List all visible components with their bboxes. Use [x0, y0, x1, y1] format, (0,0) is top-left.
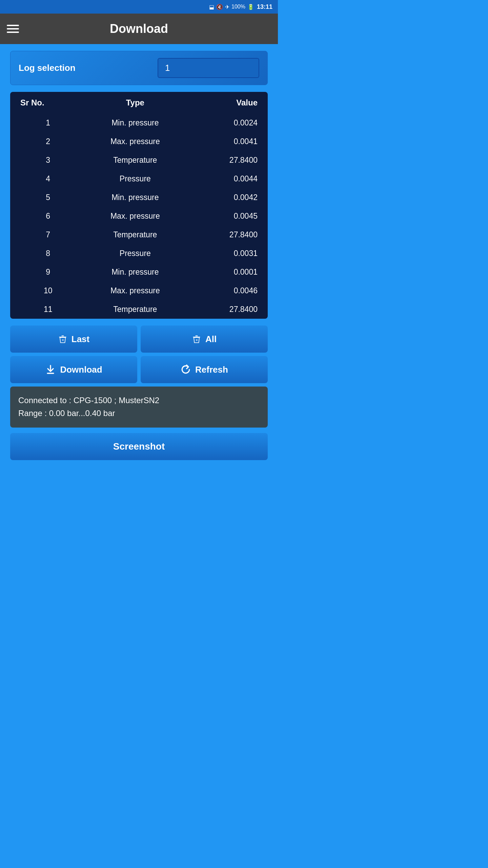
hamburger-line-2: [7, 28, 19, 29]
cell-type: Max. pressure: [81, 132, 189, 151]
cell-type: Temperature: [81, 300, 189, 319]
table-row: 6Max. pressure0.0045: [10, 207, 268, 225]
status-info-line2: Range : 0.00 bar...0.40 bar: [18, 407, 260, 420]
table-row: 2Max. pressure0.0041: [10, 132, 268, 151]
cell-value: 0.0001: [189, 263, 268, 281]
cell-type: Min. pressure: [81, 114, 189, 132]
cell-type: Max. pressure: [81, 281, 189, 300]
cell-srno: 10: [10, 281, 81, 300]
table-header-row: Sr No. Type Value: [10, 92, 268, 114]
refresh-label: Refresh: [195, 364, 228, 375]
data-table-container: Sr No. Type Value 1Min. pressure0.00242M…: [10, 92, 268, 319]
delete-last-button[interactable]: ✕ Last: [10, 326, 137, 353]
svg-text:✕: ✕: [61, 339, 64, 342]
cell-srno: 11: [10, 300, 81, 319]
col-header-type: Type: [81, 92, 189, 114]
cell-value: 27.8400: [189, 225, 268, 244]
download-icon: [45, 364, 56, 375]
cell-srno: 5: [10, 188, 81, 207]
screenshot-button[interactable]: Screenshot: [10, 433, 268, 460]
trash-last-icon: ✕: [58, 334, 67, 344]
log-selection-label: Log selection: [19, 63, 76, 73]
svg-rect-6: [47, 373, 54, 374]
svg-text:✕: ✕: [195, 339, 198, 342]
table-row: 10Max. pressure0.0046: [10, 281, 268, 300]
delete-last-label: Last: [72, 334, 89, 344]
download-button[interactable]: Download: [10, 356, 137, 383]
cell-value: 27.8400: [189, 151, 268, 170]
data-table: Sr No. Type Value 1Min. pressure0.00242M…: [10, 92, 268, 319]
table-row: 8Pressure0.0031: [10, 244, 268, 263]
action-button-row: Download Refresh: [10, 356, 268, 383]
hamburger-line-1: [7, 25, 19, 26]
menu-button[interactable]: [7, 25, 19, 33]
page-title: Download: [110, 22, 168, 36]
status-info-box: Connected to : CPG-1500 ; MusterSN2 Rang…: [10, 387, 268, 428]
cell-type: Temperature: [81, 225, 189, 244]
main-content: Log selection Sr No. Type Value 1Min. pr…: [0, 44, 278, 467]
table-row: 9Min. pressure0.0001: [10, 263, 268, 281]
table-row: 5Min. pressure0.0042: [10, 188, 268, 207]
cell-type: Min. pressure: [81, 188, 189, 207]
battery-percent: 100%: [231, 4, 245, 10]
delete-all-label: All: [205, 334, 217, 344]
mute-icon: 🔇: [216, 4, 223, 10]
col-header-value: Value: [189, 92, 268, 114]
cell-srno: 3: [10, 151, 81, 170]
battery-icon: 🔋: [247, 4, 254, 10]
col-header-srno: Sr No.: [10, 92, 81, 114]
svg-rect-4: [195, 336, 198, 336]
cell-srno: 1: [10, 114, 81, 132]
cell-srno: 4: [10, 170, 81, 188]
table-row: 11Temperature27.8400: [10, 300, 268, 319]
cell-value: 0.0045: [189, 207, 268, 225]
status-time: 13:11: [257, 3, 272, 11]
cell-value: 0.0031: [189, 244, 268, 263]
table-row: 1Min. pressure0.0024: [10, 114, 268, 132]
cell-value: 0.0041: [189, 132, 268, 151]
cell-value: 0.0046: [189, 281, 268, 300]
header: Download: [0, 14, 278, 44]
cell-type: Pressure: [81, 170, 189, 188]
status-info-line1: Connected to : CPG-1500 ; MusterSN2: [18, 394, 260, 407]
cell-srno: 7: [10, 225, 81, 244]
delete-button-row: ✕ Last ✕ All: [10, 326, 268, 353]
cell-value: 0.0042: [189, 188, 268, 207]
bluetooth-icon: ⬓: [209, 4, 214, 10]
cell-value: 0.0024: [189, 114, 268, 132]
refresh-button[interactable]: Refresh: [141, 356, 268, 383]
cell-type: Pressure: [81, 244, 189, 263]
table-row: 4Pressure0.0044: [10, 170, 268, 188]
log-selection-input[interactable]: [158, 58, 259, 78]
cell-type: Max. pressure: [81, 207, 189, 225]
cell-srno: 2: [10, 132, 81, 151]
status-icons: ⬓ 🔇 ✈ 100% 🔋: [209, 4, 254, 10]
table-row: 7Temperature27.8400: [10, 225, 268, 244]
status-bar: ⬓ 🔇 ✈ 100% 🔋 13:11: [0, 0, 278, 14]
cell-type: Temperature: [81, 151, 189, 170]
delete-all-button[interactable]: ✕ All: [141, 326, 268, 353]
airplane-icon: ✈: [225, 4, 229, 10]
cell-srno: 8: [10, 244, 81, 263]
svg-rect-1: [61, 336, 64, 336]
cell-value: 27.8400: [189, 300, 268, 319]
trash-all-icon: ✕: [192, 334, 201, 344]
refresh-icon: [180, 364, 191, 375]
cell-srno: 6: [10, 207, 81, 225]
table-row: 3Temperature27.8400: [10, 151, 268, 170]
cell-srno: 9: [10, 263, 81, 281]
log-selection-container: Log selection: [10, 51, 268, 85]
cell-type: Min. pressure: [81, 263, 189, 281]
download-label: Download: [60, 364, 102, 375]
cell-value: 0.0044: [189, 170, 268, 188]
hamburger-line-3: [7, 32, 19, 33]
